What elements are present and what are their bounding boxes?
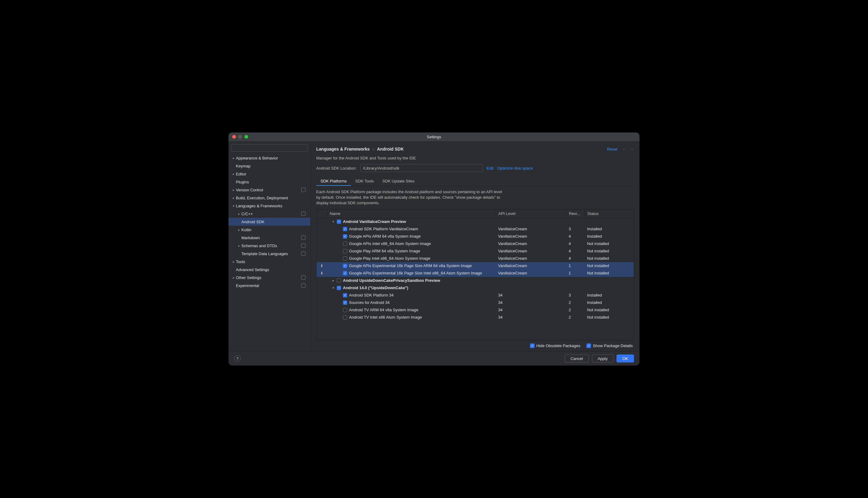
hide-obsolete-checkbox[interactable]: ✓ Hide Obsolete Packages	[530, 343, 580, 348]
checkbox[interactable]	[343, 257, 347, 261]
sidebar-item-label: Editor	[236, 172, 308, 176]
nav-back-icon[interactable]: ←	[622, 147, 627, 152]
checkbox[interactable]	[343, 249, 347, 253]
sidebar-item-label: Template Data Languages	[241, 251, 301, 256]
checkbox[interactable]: ✓	[343, 227, 347, 231]
col-rev[interactable]: Revi...	[566, 209, 584, 218]
tab[interactable]: SDK Tools	[351, 177, 378, 186]
table-row[interactable]: Android TV ARM 64 v8a System Image342Not…	[317, 306, 634, 314]
table-row[interactable]: ✓Android SDK Platform 34343Installed	[317, 292, 634, 299]
cell-api: VanillaIceCream	[496, 271, 566, 275]
page-subtitle: Manager for the Android SDK and Tools us…	[316, 156, 634, 160]
edit-location-link[interactable]: Edit	[487, 166, 494, 170]
table-row[interactable]: Google Play Intel x86_64 Atom System Ima…	[317, 255, 634, 262]
table-row[interactable]: ⬇✓Google APIs Experimental 16k Page Size…	[317, 270, 634, 277]
sidebar-item[interactable]: ▸Tools	[228, 258, 311, 265]
cell-rev: 4	[566, 241, 584, 246]
close-icon[interactable]	[232, 135, 236, 139]
help-button[interactable]: ?	[234, 355, 241, 362]
sidebar-item[interactable]: ▸C/C++	[228, 210, 311, 218]
cancel-button[interactable]: Cancel	[565, 354, 589, 363]
show-details-checkbox[interactable]: ✓ Show Package Details	[587, 343, 633, 348]
checkbox[interactable]: ✓	[343, 301, 347, 305]
project-scope-icon	[301, 212, 305, 216]
sidebar-item[interactable]: ▸Appearance & Behavior	[228, 154, 311, 162]
row-label: Google APIs Experimental 16k Page Size I…	[349, 271, 482, 275]
sidebar-item[interactable]: ▾Languages & Frameworks	[228, 202, 311, 210]
project-scope-icon	[301, 283, 305, 288]
row-label: Android VanillaIceCream Preview	[343, 219, 406, 224]
search-input[interactable]	[231, 144, 308, 152]
nav-forward-icon[interactable]: →	[630, 147, 634, 152]
settings-window: Settings ⌕ ▸Appearance & BehaviorKeymap▸…	[228, 132, 640, 366]
checkbox[interactable]: ✓	[343, 234, 347, 239]
settings-tree: ▸Appearance & BehaviorKeymap▸EditorPlugi…	[228, 154, 311, 351]
sidebar-item-label: Languages & Frameworks	[236, 204, 308, 208]
tab-description: Each Android SDK Platform package includ…	[316, 189, 507, 206]
chevron-right-icon: ▸	[231, 260, 236, 263]
breadcrumb-parent[interactable]: Languages & Frameworks	[316, 147, 370, 152]
cell-status: Not installed	[584, 241, 634, 246]
row-label: Android TV ARM 64 v8a System Image	[349, 307, 418, 312]
table-row[interactable]: Google APIs Intel x86_64 Atom System Ima…	[317, 240, 634, 248]
ok-button[interactable]: OK	[617, 354, 634, 363]
cell-rev: 4	[566, 234, 584, 239]
apply-button[interactable]: Apply	[592, 354, 614, 363]
table-row[interactable]: Google Play ARM 64 v8a System ImageVanil…	[317, 248, 634, 255]
sidebar-item[interactable]: ▸Editor	[228, 170, 311, 178]
tab[interactable]: SDK Update Sites	[378, 177, 419, 186]
cell-rev: 1	[566, 263, 584, 268]
sdk-location-input[interactable]	[360, 164, 483, 172]
sidebar-item[interactable]: Advanced Settings	[228, 265, 311, 274]
cell-status: Not installed	[584, 256, 634, 261]
col-api[interactable]: API Level	[496, 209, 566, 218]
table-row[interactable]: ✓Google APIs ARM 64 v8a System ImageVani…	[317, 233, 634, 240]
checkbox[interactable]	[343, 241, 347, 246]
checkbox[interactable]	[337, 278, 341, 283]
table-group-row[interactable]: ▾−Android 14.0 ("UpsideDownCake")	[317, 284, 634, 292]
sidebar-item-label: Schemas and DTDs	[241, 244, 301, 248]
optimize-link[interactable]: Optimize disk space	[497, 166, 533, 170]
cell-status: Installed	[584, 300, 634, 305]
col-name[interactable]: Name	[327, 209, 496, 218]
sidebar-item-label: Markdown	[241, 236, 301, 240]
sidebar-item[interactable]: Experimental	[228, 281, 311, 289]
sidebar-item[interactable]: ▸Build, Execution, Deployment	[228, 194, 311, 202]
checkbox[interactable]: ✓	[343, 271, 347, 275]
checkbox[interactable]	[343, 315, 347, 319]
maximize-icon[interactable]	[245, 135, 248, 139]
table-row[interactable]: ✓Android SDK Platform VanillaIceCreamVan…	[317, 225, 634, 233]
row-label: Android 14.0 ("UpsideDownCake")	[343, 286, 408, 290]
table-row[interactable]: ⬇✓Google APIs Experimental 16k Page Size…	[317, 262, 634, 270]
tab[interactable]: SDK Platforms	[316, 177, 351, 186]
checkbox[interactable]	[343, 308, 347, 312]
sidebar-item[interactable]: Markdown	[228, 234, 311, 241]
sidebar-item[interactable]: Plugins	[228, 178, 311, 186]
sidebar-item[interactable]: ▸Other Settings	[228, 274, 311, 281]
sidebar-item[interactable]: ▸Kotlin	[228, 226, 311, 234]
table-body[interactable]: ▾−Android VanillaIceCream Preview✓Androi…	[317, 218, 634, 340]
minimize-icon[interactable]	[238, 135, 242, 139]
table-row[interactable]: Android TV Intel x86 Atom System Image34…	[317, 314, 634, 321]
chevron-right-icon: ›	[373, 147, 374, 152]
sidebar-item[interactable]: Android SDK	[228, 218, 311, 226]
cell-rev: 2	[566, 300, 584, 305]
sidebar-item[interactable]: ▸Schemas and DTDs	[228, 241, 311, 250]
chevron-down-icon: ▾	[331, 220, 335, 223]
table-group-row[interactable]: ▸Android UpsideDownCakePrivacySandbox Pr…	[317, 277, 634, 284]
cell-api: 34	[496, 293, 566, 298]
sidebar-item[interactable]: Template Data Languages	[228, 250, 311, 258]
checkbox[interactable]: ✓	[343, 293, 347, 298]
table-row[interactable]: ✓Sources for Android 34342Installed	[317, 299, 634, 306]
cell-rev: 4	[566, 256, 584, 261]
checkbox[interactable]: −	[337, 220, 341, 224]
sidebar-item[interactable]: Keymap	[228, 162, 311, 170]
table-group-row[interactable]: ▾−Android VanillaIceCream Preview	[317, 218, 634, 225]
checkbox[interactable]: −	[337, 286, 341, 290]
cell-api: 34	[496, 315, 566, 319]
reset-link[interactable]: Reset	[607, 147, 617, 152]
chevron-right-icon: ▸	[236, 244, 241, 248]
sidebar-item[interactable]: ▸Version Control	[228, 186, 311, 194]
checkbox[interactable]: ✓	[343, 264, 347, 268]
col-status[interactable]: Status	[584, 209, 634, 218]
